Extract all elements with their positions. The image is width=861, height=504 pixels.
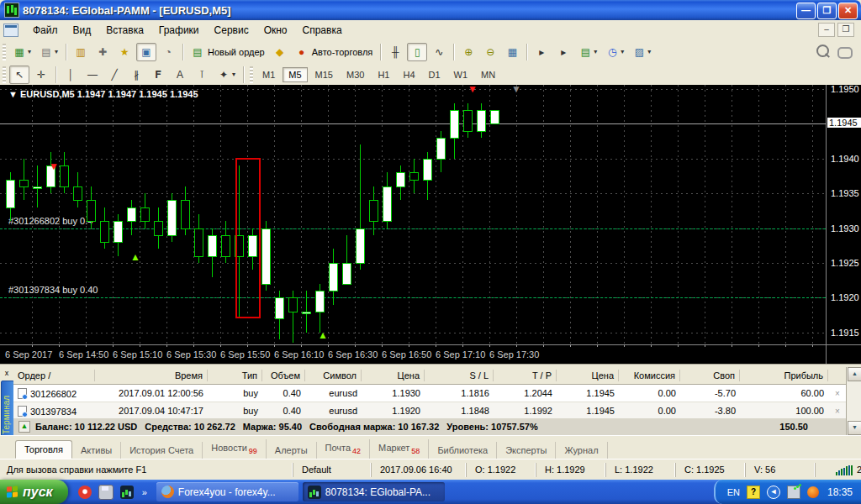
timeframe-m15-button[interactable]: M15: [309, 67, 339, 82]
timeframe-h4-button[interactable]: H4: [397, 67, 420, 82]
antivirus-icon[interactable]: [807, 486, 819, 498]
profiles-button[interactable]: ▤▾: [36, 43, 61, 61]
menu-item-view[interactable]: Вид: [66, 22, 99, 39]
channel-button[interactable]: ∦: [126, 66, 146, 84]
opera-icon[interactable]: [78, 486, 92, 499]
chart-line-button[interactable]: ∿: [429, 43, 449, 61]
data-window-button[interactable]: ✚: [92, 43, 113, 61]
terminal-tab-алерты[interactable]: Алерты: [267, 442, 317, 459]
taskbar-button[interactable]: 8078134: EGlobal-PA...: [303, 482, 445, 501]
chart-shift-button[interactable]: ▸: [553, 43, 573, 61]
disk-icon[interactable]: [98, 485, 114, 500]
strategy-tester-button[interactable]: ◔: [158, 43, 178, 61]
restore-button[interactable]: ❐: [817, 3, 837, 19]
close-button[interactable]: ✕: [838, 3, 858, 19]
menu-item-charts[interactable]: Графики: [151, 22, 207, 39]
terminal-tab-новости[interactable]: Новости99: [203, 439, 267, 459]
terminal-tab-торговля[interactable]: Торговля: [15, 440, 72, 459]
chart-bars-button[interactable]: ╫: [385, 43, 405, 61]
menu-item-file[interactable]: Файл: [25, 22, 66, 39]
menu-item-insert[interactable]: Вставка: [98, 22, 151, 39]
network-icon[interactable]: [787, 486, 800, 499]
timeframe-h1-button[interactable]: H1: [372, 67, 395, 82]
terminal-tab-эксперты[interactable]: Эксперты: [497, 442, 556, 459]
column-header[interactable]: S / L: [425, 370, 494, 381]
mdi-restore-button[interactable]: ❐: [837, 23, 854, 37]
arrows-button[interactable]: ✦▾: [214, 66, 239, 84]
periods-button[interactable]: ◷▾: [602, 43, 627, 61]
menu-item-window[interactable]: Окно: [256, 22, 295, 39]
column-header[interactable]: Цена: [362, 370, 425, 381]
close-order-icon[interactable]: ×: [828, 389, 847, 398]
terminal-tab-история-счета[interactable]: История Счета: [121, 442, 203, 459]
templates-button[interactable]: ▨▾: [629, 43, 654, 61]
zoom-out-button[interactable]: ⊖: [480, 43, 500, 61]
start-button[interactable]: пуск: [0, 480, 68, 504]
column-header[interactable]: Комиссия: [619, 370, 680, 381]
scroll-down-icon[interactable]: ▼: [848, 421, 861, 435]
close-order-icon[interactable]: ×: [828, 407, 847, 416]
language-indicator[interactable]: EN: [727, 487, 740, 497]
mt4-icon[interactable]: [120, 486, 134, 499]
column-header[interactable]: Прибыль: [740, 370, 828, 381]
new-chart-button[interactable]: ▦▾: [9, 43, 34, 61]
terminal-tab-активы[interactable]: Активы: [72, 442, 121, 459]
menu-item-service[interactable]: Сервис: [207, 22, 256, 39]
text-button[interactable]: A: [170, 66, 190, 84]
cursor-button[interactable]: ↖: [9, 66, 29, 84]
tile-windows-button[interactable]: ▦: [502, 43, 522, 61]
terminal-close-icon[interactable]: x: [2, 368, 12, 378]
mdi-minimize-button[interactable]: –: [818, 23, 835, 37]
label-button[interactable]: ⊺: [192, 66, 212, 84]
market-watch-button[interactable]: ▥: [71, 43, 91, 61]
table-scrollbar[interactable]: ▲ ▼: [846, 367, 861, 435]
search-icon[interactable]: [816, 45, 829, 57]
column-header[interactable]: Ордер /: [13, 370, 95, 381]
taskbar-button[interactable]: Forex4you - forex4y...: [156, 482, 298, 501]
timeframe-mn-button[interactable]: MN: [475, 67, 501, 82]
column-header[interactable]: Символ: [305, 370, 362, 381]
minimize-button[interactable]: —: [796, 3, 816, 19]
hline-button[interactable]: —: [82, 66, 103, 84]
chart-plot[interactable]: #301266802 buy 0.4#301397834 buy 0.40▼▲▲…: [0, 85, 826, 344]
column-header[interactable]: [828, 370, 847, 381]
hide-icons-chevron[interactable]: ◄: [767, 486, 780, 499]
indicators-button[interactable]: ▤▾: [575, 43, 600, 61]
trendline-button[interactable]: ╱: [104, 66, 124, 84]
timeframe-m1-button[interactable]: M1: [256, 67, 281, 82]
terminal-tab-почта[interactable]: Почта42: [317, 439, 371, 459]
terminal-button[interactable]: ▣: [136, 43, 156, 61]
autotrade-button[interactable]: ●Авто-торговля: [292, 43, 377, 61]
timeframe-d1-button[interactable]: D1: [423, 67, 446, 82]
column-header[interactable]: Время: [95, 370, 208, 381]
scroll-up-icon[interactable]: ▲: [848, 367, 861, 381]
help-tray-icon[interactable]: ?: [747, 486, 760, 499]
vline-button[interactable]: │: [61, 66, 81, 84]
column-header[interactable]: Тип: [208, 370, 262, 381]
crosshair-button[interactable]: ✛: [31, 66, 51, 84]
metaeditor-button[interactable]: ◆: [270, 43, 290, 61]
order-row[interactable]: 3013978342017.09.04 10:47:17buy0.40eurus…: [13, 402, 847, 420]
column-header[interactable]: T / P: [494, 370, 557, 381]
terminal-tab-журнал[interactable]: Журнал: [556, 442, 607, 459]
navigator-button[interactable]: ★: [114, 43, 135, 61]
chart-symbol-label[interactable]: ▼ EURUSD,M5 1.1947 1.1947 1.1945 1.1945: [8, 89, 198, 99]
terminal-tab-маркет[interactable]: Маркет58: [370, 439, 429, 459]
terminal-tab-библиотека[interactable]: Библиотека: [429, 442, 497, 459]
chart-candles-button[interactable]: ▯: [407, 43, 427, 61]
quick-launch-more-icon[interactable]: »: [142, 487, 147, 497]
status-profile[interactable]: Default: [293, 463, 371, 477]
new-order-button[interactable]: ▤Новый ордер: [188, 43, 268, 61]
column-header[interactable]: Цена: [557, 370, 619, 381]
timeframe-m5-button[interactable]: M5: [283, 67, 307, 82]
zoom-in-button[interactable]: ⊕: [458, 43, 478, 61]
fibonacci-button[interactable]: 𝐅: [148, 66, 168, 84]
timeframe-w1-button[interactable]: W1: [448, 67, 474, 82]
column-header[interactable]: Своп: [680, 370, 740, 381]
order-row[interactable]: 3012668022017.09.01 12:00:56buy0.40eurus…: [13, 385, 847, 402]
menu-item-help[interactable]: Справка: [295, 22, 350, 39]
auto-scroll-button[interactable]: ▸: [531, 43, 552, 61]
timeframe-m30-button[interactable]: M30: [341, 67, 370, 82]
column-header[interactable]: Объем: [262, 370, 305, 381]
chat-icon[interactable]: [837, 47, 853, 59]
